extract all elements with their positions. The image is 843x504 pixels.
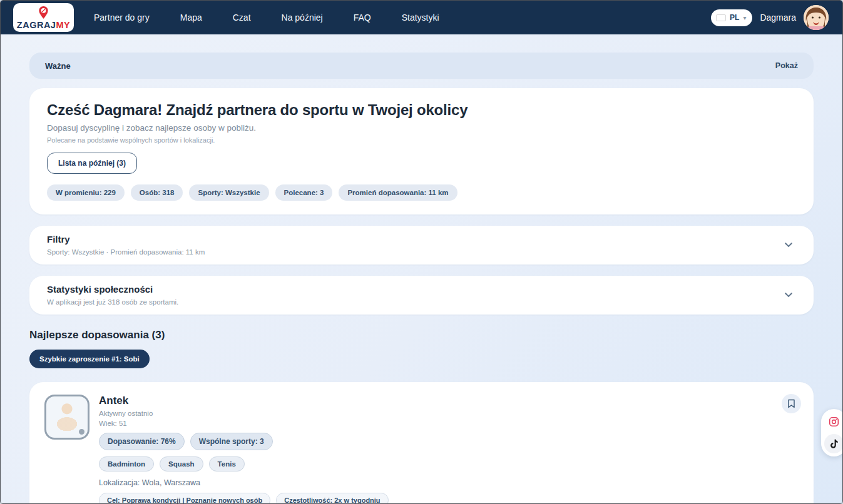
- filters-title: Filtry: [47, 234, 781, 244]
- match-activity: Aktywny ostatnio: [99, 410, 389, 417]
- match-score-chip: Dopasowanie: 76%: [99, 433, 185, 450]
- chevron-down-icon[interactable]: [781, 288, 796, 303]
- quick-invite-button[interactable]: Szybkie zaproszenie #1: Sobi: [29, 350, 150, 368]
- username-label: Dagmara: [760, 13, 796, 23]
- shared-sport-chip: Squash: [160, 456, 203, 471]
- match-name: Antek: [99, 395, 389, 407]
- notice-show-button[interactable]: Pokaż: [775, 61, 798, 70]
- nav-link[interactable]: FAQ: [354, 8, 371, 28]
- page-title: Cześć Dagmara! Znajdź partnera do sportu…: [47, 101, 796, 119]
- logo[interactable]: ZAGRAJMY: [13, 3, 74, 32]
- match-score-chip: Wspólne sporty: 3: [190, 433, 273, 450]
- stat-chip: Polecane: 3: [275, 184, 333, 201]
- nav-link[interactable]: Na później: [282, 8, 323, 28]
- filters-texts: Filtry Sporty: Wszystkie · Promień dopas…: [47, 234, 781, 256]
- user-avatar[interactable]: [804, 5, 829, 30]
- hero-subtitle: Dopasuj dyscyplinę i zobacz najlepsze os…: [47, 123, 796, 133]
- logo-pin-icon: [38, 6, 49, 19]
- notice-title: Ważne: [45, 61, 71, 71]
- shared-sport-chip: Badminton: [99, 456, 154, 471]
- app-window: ZAGRAJMY Partner do gryMapaCzatNa późnie…: [0, 0, 843, 504]
- match-score-chips: Dopasowanie: 76%Wspólne sporty: 3: [99, 433, 389, 450]
- nav-link[interactable]: Statystyki: [402, 8, 439, 28]
- main-content: Ważne Pokaż Cześć Dagmara! Znajdź partne…: [1, 34, 842, 504]
- language-code: PL: [730, 13, 739, 22]
- bookmark-button[interactable]: [782, 394, 801, 413]
- detail-chip: Częstotliwość: 2x w tygodniu: [276, 493, 388, 504]
- shared-sport-chip: Tenis: [209, 456, 245, 471]
- language-selector[interactable]: PL ▾: [711, 9, 752, 26]
- shared-sports-chips: BadmintonSquashTenis: [99, 456, 389, 471]
- social-dock: [821, 409, 843, 456]
- community-summary: W aplikacji jest już 318 osób ze sportam…: [47, 298, 781, 306]
- status-dot-icon: [79, 429, 84, 435]
- match-avatar: [44, 395, 89, 440]
- stat-chip: Promień dopasowania: 11 km: [339, 184, 457, 201]
- match-info: Antek Aktywny ostatnio Wiek: 51 Dopasowa…: [99, 395, 389, 504]
- logo-text: ZAGRAJMY: [17, 21, 70, 30]
- hero-note: Polecane na podstawie wspólnych sportów …: [47, 136, 796, 144]
- detail-chips: Cel: Poprawa kondycji | Poznanie nowych …: [99, 493, 389, 504]
- matches-heading: Najlepsze dopasowania (3): [29, 329, 814, 341]
- tiktok-icon[interactable]: [824, 434, 843, 453]
- filters-summary: Sporty: Wszystkie · Promień dopasowania:…: [47, 248, 781, 256]
- hero-card: Cześć Dagmara! Znajdź partnera do sportu…: [29, 88, 814, 214]
- match-age: Wiek: 51: [99, 420, 389, 427]
- match-top: Antek Aktywny ostatnio Wiek: 51 Dopasowa…: [44, 395, 799, 504]
- stat-chip: W promieniu: 229: [47, 184, 125, 201]
- community-stats-section[interactable]: Statystyki społeczności W aplikacji jest…: [29, 276, 814, 315]
- match-card: Antek Aktywny ostatnio Wiek: 51 Dopasowa…: [29, 382, 814, 504]
- detail-chip: Cel: Poprawa kondycji | Poznanie nowych …: [99, 493, 270, 504]
- instagram-icon[interactable]: [824, 412, 843, 431]
- nav-link[interactable]: Partner do gry: [94, 8, 150, 28]
- community-title: Statystyki społeczności: [47, 284, 781, 295]
- poland-flag-icon: [716, 14, 726, 21]
- navbar: ZAGRAJMY Partner do gryMapaCzatNa późnie…: [1, 1, 842, 34]
- stat-chip: Osób: 318: [131, 184, 183, 201]
- navbar-right: PL ▾ Dagmara: [711, 5, 829, 30]
- important-notice-bar: Ważne Pokaż: [29, 53, 814, 79]
- nav-link[interactable]: Mapa: [180, 8, 202, 28]
- stat-chip: Sporty: Wszystkie: [189, 184, 268, 201]
- nav-links: Partner do gryMapaCzatNa późniejFAQStaty…: [94, 8, 470, 28]
- nav-link[interactable]: Czat: [233, 8, 251, 28]
- community-texts: Statystyki społeczności W aplikacji jest…: [47, 284, 781, 306]
- saved-list-button[interactable]: Lista na później (3): [47, 153, 137, 174]
- hero-stats-chips: W promieniu: 229Osób: 318Sporty: Wszystk…: [47, 184, 796, 201]
- chevron-down-icon[interactable]: [781, 238, 796, 253]
- chevron-down-icon: ▾: [743, 14, 746, 21]
- match-location: Lokalizacja: Wola, Warszawa: [99, 478, 389, 487]
- filters-section[interactable]: Filtry Sporty: Wszystkie · Promień dopas…: [29, 226, 814, 265]
